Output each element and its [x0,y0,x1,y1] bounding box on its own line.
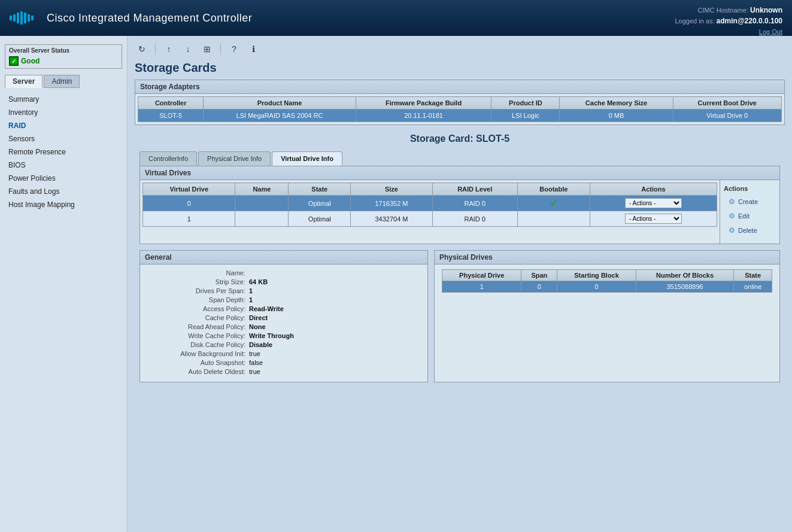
field-ap-label: Access Policy: [147,305,249,312]
vd-cell-vd-0: 0 [143,196,235,211]
tab-physical-drive-info[interactable]: Physical Drive Info [198,151,271,166]
vd-actions-select-1[interactable]: - Actions - [625,214,682,224]
cell-cache-memory: 0 MB [560,110,673,122]
field-write-cache: Write Cache Policy: Write Through [147,332,420,339]
refresh-icon[interactable]: ↻ [135,42,149,56]
logout-button[interactable]: Log Out [675,26,782,37]
field-cp-label: Cache Policy: [147,314,249,321]
vd-col-state: State [289,183,351,196]
virtual-drives-section: Virtual Drives Virtual Drive Name State … [139,166,780,244]
vd-cell-size-0: 1716352 M [351,196,432,211]
vd-section-title: Virtual Drives [140,166,779,180]
vd-actions-panel: Actions ⚙ Create ⚙ Edit ⚙ Delete [720,180,779,244]
info-icon[interactable]: ℹ [246,42,260,56]
pd-col-starting-block: Starting Block [557,270,636,281]
bootable-check-0: ✔ [550,199,557,208]
field-ad-value: true [249,368,260,375]
field-ra-label: Read Ahead Policy: [147,323,249,330]
vd-row-0[interactable]: 0 Optimal 1716352 M RAID 0 ✔ - Actions - [143,196,717,211]
status-good: ✓ Good [9,56,118,66]
virtual-drives-table: Virtual Drive Name State Size RAID Level… [142,183,717,227]
status-icon: ✓ [9,56,19,66]
status-value: Good [21,57,40,65]
vd-row-1[interactable]: 1 Optimal 3432704 M RAID 0 - Actions - [143,211,717,227]
pd-cell-span: 0 [521,281,557,293]
general-panel-title: General [140,251,427,265]
upload-icon[interactable]: ↑ [162,42,176,56]
vd-cell-raid-1: RAID 0 [432,211,517,227]
sidebar-item-power-policies[interactable]: Power Policies [0,172,127,185]
storage-card-title: Storage Card: SLOT-5 [135,129,785,149]
vd-actions-select-0[interactable]: - Actions - [625,198,682,208]
field-auto-delete: Auto Delete Oldest: true [147,368,420,375]
overall-status-text: Overall Server Status [9,47,69,54]
vd-actions-title: Actions [724,185,776,192]
vd-cell-name-1 [235,211,289,227]
sidebar-item-summary[interactable]: Summary [0,93,127,106]
pd-cell-pd: 1 [442,281,521,293]
svg-rect-1 [13,14,16,22]
header: Cisco Integrated Management Controller C… [0,0,792,36]
tab-virtual-drive-info[interactable]: Virtual Drive Info [272,151,342,166]
user-info: CIMC Hostname: Unknown Logged in as: adm… [675,5,782,37]
pd-panel-body: Physical Drive Span Starting Block Numbe… [435,265,779,297]
cell-product-name: LSI MegaRAID SAS 2004 RC [204,110,356,122]
field-abgi-value: true [249,350,260,357]
cell-boot-drive: Virtual Drive 0 [673,110,781,122]
help-icon[interactable]: ? [227,42,241,56]
pd-col-pd: Physical Drive [442,270,521,281]
col-firmware: Firmware Package Build [356,97,491,110]
field-auto-snapshot: Auto Snapshot: false [147,359,420,366]
cell-product-id: LSI Logic [491,110,560,122]
sidebar: Overall Server Status ✓ Good Server Admi… [0,36,128,532]
vd-content: Virtual Drive Name State Size RAID Level… [140,180,779,244]
col-product-name: Product Name [204,97,356,110]
grid-icon[interactable]: ⊞ [200,42,214,56]
tab-controller-info[interactable]: ControllerInfo [139,151,197,166]
toolbar-divider-2 [220,43,221,55]
col-boot-drive: Current Boot Drive [673,97,781,110]
tab-server[interactable]: Server [5,75,43,88]
vd-col-size: Size [351,183,432,196]
field-access-policy: Access Policy: Read-Write [147,305,420,312]
sidebar-item-remote-presence[interactable]: Remote Presence [0,145,127,159]
sidebar-item-sensors[interactable]: Sensors [0,132,127,145]
toolbar-divider-1 [155,43,156,55]
field-name: Name: [147,269,420,276]
sidebar-item-host-image-mapping[interactable]: Host Image Mapping [0,198,127,211]
physical-drives-table: Physical Drive Span Starting Block Numbe… [442,269,772,293]
sidebar-item-inventory[interactable]: Inventory [0,106,127,119]
physical-drives-panel: Physical Drives Physical Drive Span Star… [434,250,780,382]
page-title: Storage Cards [135,61,785,75]
vd-table-scroll[interactable]: Virtual Drive Name State Size RAID Level… [142,183,717,227]
edit-button[interactable]: ⚙ Edit [724,210,753,222]
pd-cell-num-blocks: 3515088896 [636,281,734,293]
hostname-value: Unknown [750,6,782,14]
vd-col-actions: Actions [590,183,717,196]
download-icon[interactable]: ↓ [181,42,195,56]
pd-col-num-blocks: Number Of Blocks [636,270,734,281]
field-dc-label: Disk Cache Policy: [147,341,249,348]
storage-adapter-row[interactable]: SLOT-5 LSI MegaRAID SAS 2004 RC 20.11.1-… [138,110,782,122]
sidebar-item-bios[interactable]: BIOS [0,159,127,172]
create-button[interactable]: ⚙ Create [724,196,761,208]
tab-admin[interactable]: Admin [44,75,80,88]
vd-cell-actions-0[interactable]: - Actions - [590,196,717,211]
sub-tabs: ControllerInfo Physical Drive Info Virtu… [135,149,785,166]
sidebar-item-faults-logs[interactable]: Faults and Logs [0,185,127,198]
cimc-label: CIMC Hostname: [698,7,748,14]
storage-adapters-section: Storage Adapters Controller Product Name… [135,80,785,125]
sidebar-item-raid[interactable]: RAID [0,119,127,132]
pd-col-span: Span [521,270,557,281]
delete-button[interactable]: ⚙ Delete [724,224,761,236]
field-wc-label: Write Cache Policy: [147,332,249,339]
pd-row-0[interactable]: 1 0 0 3515088896 online [442,281,772,293]
field-allow-bg-init: Allow Background Init: true [147,350,420,357]
field-cp-value: Direct [249,314,268,321]
cell-controller: SLOT-5 [138,110,204,122]
edit-label: Edit [738,212,749,220]
field-wc-value: Write Through [249,332,294,339]
field-abgi-label: Allow Background Init: [147,350,249,357]
vd-cell-actions-1[interactable]: - Actions - [590,211,717,227]
general-panel: General Name: Strip Size: 64 KB Drives P… [139,250,428,382]
